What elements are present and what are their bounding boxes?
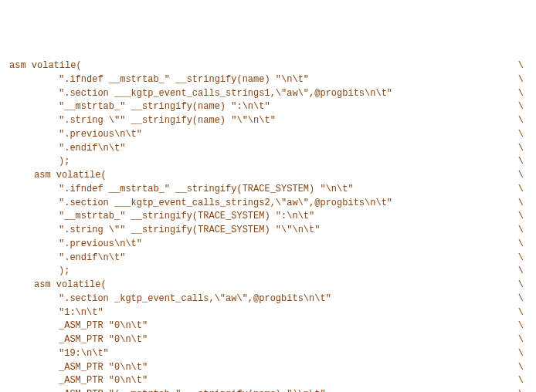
code-line: asm volatile(\	[9, 59, 527, 73]
code-line: "__mstrtab_" __stringify(TRACE_SYSTEM) "…	[9, 210, 527, 224]
code-line: "19:\n\t"\	[9, 347, 527, 361]
code-line-text: "__mstrtab_" __stringify(TRACE_SYSTEM) "…	[9, 210, 314, 224]
continuation-backslash: \	[518, 319, 527, 333]
code-line: ".string \"" __stringify(name) "\"\n\t"\	[9, 114, 527, 128]
code-line: "__mstrtab_" __stringify(name) ":\n\t"\	[9, 100, 527, 114]
continuation-backslash: \	[518, 197, 527, 211]
code-line-text: "__mstrtab_" __stringify(name) ":\n\t"	[9, 100, 270, 114]
code-line-text: ".previous\n\t"	[9, 238, 142, 252]
continuation-backslash: \	[518, 361, 527, 375]
code-line-text: _ASM_PTR "(__mstrtab_" __stringify(name)…	[9, 388, 326, 392]
continuation-backslash: \	[518, 169, 527, 183]
code-line-text: ".ifndef __mstrtab_" __stringify(name) "…	[9, 73, 309, 87]
continuation-backslash: \	[518, 374, 527, 388]
code-line-text: asm volatile(	[9, 169, 107, 183]
continuation-backslash: \	[518, 252, 527, 265]
code-line: ".section ___kgtp_event_calls_strings2,\…	[9, 197, 527, 211]
continuation-backslash: \	[518, 306, 527, 320]
code-line-text: _ASM_PTR "0\n\t"	[9, 374, 148, 388]
continuation-backslash: \	[518, 292, 527, 306]
continuation-backslash: \	[518, 73, 527, 87]
code-line-text: ".string \"" __stringify(TRACE_SYSTEM) "…	[9, 224, 320, 238]
continuation-backslash: \	[518, 100, 527, 114]
continuation-backslash: \	[518, 279, 527, 292]
code-line: _ASM_PTR "0\n\t"\	[9, 361, 527, 375]
code-line-text: _ASM_PTR "0\n\t"	[9, 361, 148, 375]
continuation-backslash: \	[518, 155, 527, 169]
code-line: ".section _kgtp_event_calls,\"aw\",@prog…	[9, 292, 527, 306]
code-line: ".string \"" __stringify(TRACE_SYSTEM) "…	[9, 224, 527, 238]
code-line-text: "1:\n\t"	[9, 306, 103, 320]
continuation-backslash: \	[518, 265, 527, 279]
code-line: ".ifndef __mstrtab_" __stringify(TRACE_S…	[9, 183, 527, 197]
code-line: asm volatile(\	[9, 279, 527, 292]
code-line: ".endif\n\t"\	[9, 252, 527, 265]
code-line-text: asm volatile(	[9, 279, 107, 292]
continuation-backslash: \	[518, 183, 527, 197]
continuation-backslash: \	[518, 210, 527, 224]
code-line: asm volatile(\	[9, 169, 527, 183]
code-line: ".ifndef __mstrtab_" __stringify(name) "…	[9, 73, 527, 87]
continuation-backslash: \	[518, 114, 527, 128]
code-line-text: ".previous\n\t"	[9, 128, 142, 142]
code-line: _ASM_PTR "0\n\t"\	[9, 333, 527, 347]
code-line-text: );	[9, 155, 70, 169]
code-line: _ASM_PTR "(__mstrtab_" __stringify(name)…	[9, 388, 527, 392]
continuation-backslash: \	[518, 347, 527, 361]
code-line: _ASM_PTR "0\n\t"\	[9, 319, 527, 333]
continuation-backslash: \	[518, 142, 527, 156]
code-line-text: "19:\n\t"	[9, 347, 109, 361]
code-line: "1:\n\t"\	[9, 306, 527, 320]
continuation-backslash: \	[518, 388, 527, 392]
code-line: );\	[9, 155, 527, 169]
code-line: );\	[9, 265, 527, 279]
code-line: ".endif\n\t"\	[9, 142, 527, 156]
code-line-text: );	[9, 265, 70, 279]
code-line: ".section ___kgtp_event_calls_strings1,\…	[9, 87, 527, 101]
code-line-text: ".ifndef __mstrtab_" __stringify(TRACE_S…	[9, 183, 354, 197]
code-line: ".previous\n\t"\	[9, 238, 527, 252]
code-line: ".previous\n\t"\	[9, 128, 527, 142]
continuation-backslash: \	[518, 59, 527, 73]
continuation-backslash: \	[518, 333, 527, 347]
code-line-text: ".endif\n\t"	[9, 252, 125, 265]
code-line-text: ".string \"" __stringify(name) "\"\n\t"	[9, 114, 276, 128]
code-line-text: ".section ___kgtp_event_calls_strings2,\…	[9, 197, 392, 211]
code-line-text: _ASM_PTR "0\n\t"	[9, 319, 148, 333]
code-line-text: _ASM_PTR "0\n\t"	[9, 333, 148, 347]
code-line: _ASM_PTR "0\n\t"\	[9, 374, 527, 388]
code-line-text: ".section ___kgtp_event_calls_strings1,\…	[9, 87, 392, 101]
code-line-text: ".section _kgtp_event_calls,\"aw\",@prog…	[9, 292, 331, 306]
continuation-backslash: \	[518, 128, 527, 142]
continuation-backslash: \	[518, 224, 527, 238]
continuation-backslash: \	[518, 238, 527, 252]
code-line-text: ".endif\n\t"	[9, 142, 125, 156]
code-line-text: asm volatile(	[9, 59, 82, 73]
continuation-backslash: \	[518, 87, 527, 101]
code-block: asm volatile(\".ifndef __mstrtab_" __str…	[9, 59, 527, 392]
